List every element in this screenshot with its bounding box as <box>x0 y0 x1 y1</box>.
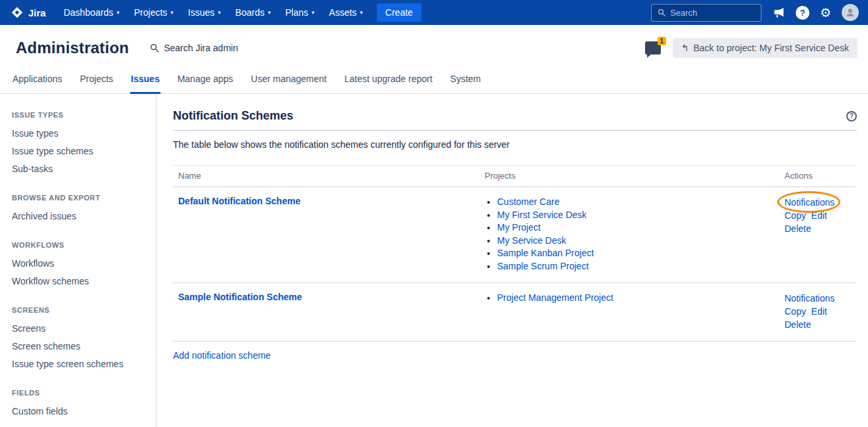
topnav-item-plans[interactable]: Plans▾ <box>278 0 322 25</box>
topnav-item-dashboards[interactable]: Dashboards▾ <box>57 0 127 25</box>
topnav-item-issues[interactable]: Issues▾ <box>181 0 228 25</box>
jira-logo[interactable]: Jira <box>11 6 46 19</box>
chevron-down-icon: ▾ <box>312 9 315 16</box>
back-button-label: Back to project: My First Service Desk <box>693 43 849 53</box>
section-description: The table below shows the notification s… <box>173 139 857 150</box>
admin-tabs: ApplicationsProjectsIssuesManage appsUse… <box>0 68 868 94</box>
sidebar-section-issue-types: ISSUE TYPESIssue typesIssue type schemes… <box>12 111 148 178</box>
projects-cell: Project Management Project <box>479 283 779 342</box>
project-list: Customer CareMy First Service DeskMy Pro… <box>485 196 774 273</box>
table-row: Sample Notification SchemeProject Manage… <box>173 283 857 342</box>
top-navigation: Jira Dashboards▾Projects▾Issues▾Boards▾P… <box>0 0 868 25</box>
back-to-project-button[interactable]: ↰ Back to project: My First Service Desk <box>673 38 857 58</box>
chevron-down-icon: ▾ <box>218 9 221 16</box>
topnav-item-assets[interactable]: Assets▾ <box>322 0 370 25</box>
admin-search[interactable]: Search Jira admin <box>150 43 238 53</box>
topnav-right: ? ⚙ <box>651 4 859 22</box>
navbar-search-input[interactable] <box>670 8 755 18</box>
action-link-copy[interactable]: Copy <box>784 306 806 317</box>
avatar[interactable] <box>842 4 859 21</box>
chevron-down-icon: ▾ <box>170 9 174 16</box>
content-area: ISSUE TYPESIssue typesIssue type schemes… <box>0 94 868 427</box>
sidebar-section-browse-and-export: BROWSE AND EXPORTArchived issues <box>12 194 148 225</box>
project-list: Project Management Project <box>485 292 774 305</box>
tab-projects[interactable]: Projects <box>80 68 114 94</box>
notification-badge: 1 <box>658 37 666 45</box>
sidebar-item-issue-type-screen-schemes[interactable]: Issue type screen schemes <box>12 355 148 373</box>
tab-applications[interactable]: Applications <box>12 68 63 94</box>
project-link[interactable]: Project Management Project <box>497 292 614 303</box>
sidebar-item-custom-fields[interactable]: Custom fields <box>12 403 148 420</box>
tab-latest-upgrade-report[interactable]: Latest upgrade report <box>344 68 433 94</box>
project-list-item: My First Service Desk <box>497 209 774 222</box>
tab-system[interactable]: System <box>450 68 482 94</box>
sidebar-item-archived-issues[interactable]: Archived issues <box>12 208 148 225</box>
sidebar-item-screen-schemes[interactable]: Screen schemes <box>12 338 148 355</box>
project-list-item: Sample Kanban Project <box>497 247 774 260</box>
sidebar: ISSUE TYPESIssue typesIssue type schemes… <box>0 94 157 427</box>
topnav-item-boards[interactable]: Boards▾ <box>228 0 278 25</box>
sidebar-item-workflow-schemes[interactable]: Workflow schemes <box>12 273 148 290</box>
sidebar-item-issue-type-schemes[interactable]: Issue type schemes <box>12 143 148 160</box>
sidebar-item-screens[interactable]: Screens <box>12 320 148 338</box>
sidebar-section-heading: ISSUE TYPES <box>12 111 148 119</box>
table-body: Default Notification SchemeCustomer Care… <box>173 187 857 342</box>
admin-header: Administration Search Jira admin 1 ↰ Bac… <box>0 25 868 68</box>
person-icon <box>845 7 856 18</box>
topnav-items: Dashboards▾Projects▾Issues▾Boards▾Plans▾… <box>57 0 370 25</box>
main-content: Notification Schemes ? The table below s… <box>157 94 868 427</box>
feedback-megaphone-icon[interactable] <box>772 6 785 19</box>
action-link-delete[interactable]: Delete <box>784 319 811 330</box>
action-link-notifications[interactable]: Notifications <box>784 197 834 208</box>
project-link[interactable]: My Service Desk <box>497 235 566 246</box>
scheme-name-link[interactable]: Default Notification Scheme <box>178 196 301 206</box>
tab-manage-apps[interactable]: Manage apps <box>177 68 234 94</box>
sidebar-section-fields: FIELDSCustom fields <box>12 389 148 420</box>
project-list-item: My Project <box>497 221 774 235</box>
project-link[interactable]: Sample Kanban Project <box>497 248 594 258</box>
column-header-actions: Actions <box>779 166 857 187</box>
settings-gear-icon[interactable]: ⚙ <box>820 7 831 19</box>
notification-bubble-icon[interactable]: 1 <box>645 41 661 55</box>
sidebar-item-issue-types[interactable]: Issue types <box>12 125 148 143</box>
scheme-name-link[interactable]: Sample Notification Scheme <box>178 292 302 302</box>
project-link[interactable]: Customer Care <box>497 196 560 207</box>
sidebar-item-sub-tasks[interactable]: Sub-tasks <box>12 160 148 178</box>
notification-schemes-table: NameProjectsActions Default Notification… <box>173 165 857 342</box>
project-list-item: Project Management Project <box>497 292 774 305</box>
action-link-edit[interactable]: Edit <box>811 306 827 317</box>
help-icon[interactable]: ? <box>846 111 857 122</box>
annotation-ellipse: Notifications <box>784 196 834 209</box>
action-link-notifications[interactable]: Notifications <box>784 293 834 303</box>
topnav-item-projects[interactable]: Projects▾ <box>127 0 181 25</box>
topnav-item-label: Projects <box>134 7 168 18</box>
project-list-item: My Service Desk <box>497 235 774 248</box>
search-icon <box>150 43 159 53</box>
scheme-name-cell: Sample Notification Scheme <box>173 283 479 342</box>
jira-logo-icon <box>11 6 24 19</box>
navbar-search[interactable] <box>651 4 761 22</box>
actions-cell: Notifications Copy Edit Delete <box>779 283 857 342</box>
topnav-item-label: Assets <box>329 7 356 18</box>
topnav-item-label: Dashboards <box>64 7 114 18</box>
chevron-down-icon: ▾ <box>360 9 363 16</box>
action-link-delete[interactable]: Delete <box>784 223 811 234</box>
tab-issues[interactable]: Issues <box>130 68 160 94</box>
action-link-copy[interactable]: Copy <box>784 210 806 221</box>
topnav-item-label: Issues <box>188 7 214 18</box>
chevron-down-icon: ▾ <box>116 9 120 16</box>
add-notification-scheme-link[interactable]: Add notification scheme <box>173 350 271 361</box>
sidebar-section-screens: SCREENSScreensScreen schemesIssue type s… <box>12 306 148 373</box>
project-link[interactable]: Sample Scrum Project <box>497 261 589 271</box>
sidebar-item-workflows[interactable]: Workflows <box>12 255 148 273</box>
section-title-row: Notification Schemes ? <box>173 109 857 131</box>
create-button[interactable]: Create <box>377 3 422 22</box>
project-link[interactable]: My First Service Desk <box>497 210 587 220</box>
project-link[interactable]: My Project <box>497 222 541 233</box>
actions-cell: Notifications Copy Edit Delete <box>779 187 857 283</box>
action-link-edit[interactable]: Edit <box>811 210 827 221</box>
sidebar-section-heading: FIELDS <box>12 389 148 397</box>
sidebar-section-heading: SCREENS <box>12 306 148 314</box>
tab-user-management[interactable]: User management <box>251 68 327 94</box>
help-icon[interactable]: ? <box>796 6 809 20</box>
